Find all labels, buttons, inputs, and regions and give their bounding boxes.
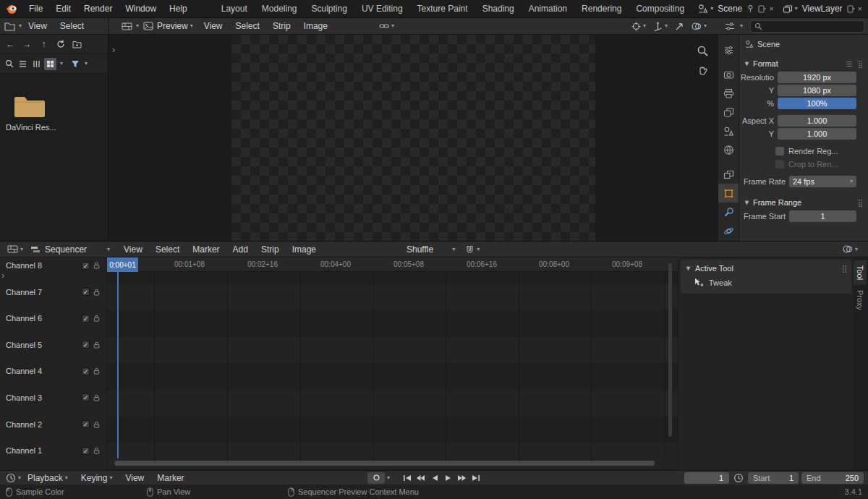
channel-enable-checkbox[interactable]: ✓ <box>82 393 90 401</box>
start-frame-field[interactable]: Start1 <box>748 472 799 484</box>
link-scene-strip[interactable]: ▾ <box>379 22 394 30</box>
search-icon[interactable] <box>3 58 15 70</box>
active-tool-name[interactable]: Tweak <box>709 278 732 287</box>
tab-render[interactable] <box>718 65 739 84</box>
preset-menu-icon[interactable]: ☰ <box>846 60 854 68</box>
overlays-toggle[interactable]: ▾ <box>692 22 707 31</box>
seq-menu-strip[interactable]: Strip <box>255 242 286 257</box>
frame-start-field[interactable]: 1 <box>789 210 856 222</box>
tab-scene[interactable] <box>718 121 739 140</box>
keying-menu[interactable]: Keying▾ <box>75 471 119 485</box>
display-horizontal-list-icon[interactable] <box>30 58 43 70</box>
active-tool-header[interactable]: ▼ Active Tool ⣿ <box>685 262 847 275</box>
region-expand-icon[interactable]: › <box>1 270 4 280</box>
workspace-tab-layout[interactable]: Layout <box>214 1 255 17</box>
resolution-y-field[interactable]: 1080 px <box>778 85 856 96</box>
channel-enable-checkbox[interactable]: ✓ <box>82 262 90 270</box>
workspace-tab-uv-editing[interactable]: UV Editing <box>354 1 410 17</box>
tab-physics[interactable] <box>718 221 739 240</box>
tab-tool[interactable] <box>718 40 739 59</box>
auto-keying-record-button[interactable] <box>367 472 385 484</box>
workspace-tab-shading[interactable]: Shading <box>475 1 522 17</box>
new-viewlayer-icon[interactable] <box>847 4 855 13</box>
scene-selector[interactable]: ▾ Scene × <box>695 0 779 17</box>
next-keyframe-button[interactable] <box>455 472 469 484</box>
pb-menu-marker[interactable]: Marker <box>150 471 190 485</box>
lock-icon[interactable] <box>93 288 101 297</box>
lock-icon[interactable] <box>93 341 101 349</box>
pv-menu-select[interactable]: Select <box>229 18 266 34</box>
aspect-x-field[interactable]: 1.000 <box>778 115 856 127</box>
folder-item[interactable]: DaVinci Res... <box>6 94 54 132</box>
seq-menu-select[interactable]: Select <box>149 242 186 257</box>
seq-menu-add[interactable]: Add <box>226 242 255 257</box>
properties-search-input[interactable] <box>750 20 864 33</box>
render-region-checkbox[interactable] <box>775 147 784 155</box>
pb-menu-view[interactable]: View <box>119 471 150 485</box>
seq-menu-image[interactable]: Image <box>286 242 323 257</box>
fb-menu-select[interactable]: Select <box>54 18 90 34</box>
crop-to-render-checkbox[interactable] <box>775 160 784 169</box>
workspace-tab-modeling[interactable]: Modeling <box>255 1 305 17</box>
snapping-toggle[interactable]: ▾ <box>465 244 480 254</box>
breadcrumb-scene[interactable]: Scene <box>757 40 780 48</box>
up-directory-button[interactable]: ↑ <box>36 38 51 51</box>
unlink-scene-icon[interactable]: × <box>769 4 773 13</box>
tab-output[interactable] <box>718 84 739 103</box>
vertical-scrollbar[interactable] <box>668 263 672 437</box>
pin-icon[interactable] <box>746 4 754 13</box>
back-button[interactable]: ← <box>3 38 18 51</box>
jump-to-start-button[interactable] <box>400 472 414 484</box>
channel-enable-checkbox[interactable]: ✓ <box>82 447 90 455</box>
create-directory-button[interactable] <box>69 38 85 51</box>
pv-menu-view[interactable]: View <box>197 18 229 34</box>
current-frame-badge[interactable]: 0:00+01 <box>107 257 138 272</box>
channel-enable-checkbox[interactable]: ✓ <box>82 341 90 349</box>
sidebar-tab-tool[interactable]: Tool <box>854 260 867 285</box>
preview-canvas[interactable]: › <box>109 35 718 241</box>
channel-enable-checkbox[interactable]: ✓ <box>82 288 90 296</box>
tab-world[interactable] <box>718 140 739 159</box>
menu-help[interactable]: Help <box>163 0 194 17</box>
menu-render[interactable]: Render <box>77 0 119 17</box>
jump-to-end-button[interactable] <box>469 472 482 484</box>
frame-range-panel-header[interactable]: ▼ Frame Range ⣿ <box>739 195 868 210</box>
tab-modifiers[interactable] <box>718 202 739 221</box>
clock-icon[interactable] <box>733 473 744 483</box>
zoom-tool[interactable] <box>697 45 709 57</box>
timeline[interactable]: 0:00+01 00:01+08 00:02+16 00:04+00 00:05… <box>107 257 678 471</box>
resolution-percent-field[interactable]: 100% <box>778 98 856 109</box>
seq-menu-view[interactable]: View <box>117 242 149 257</box>
display-thumbnails-icon[interactable] <box>44 58 56 70</box>
tab-object[interactable] <box>718 184 739 202</box>
workspace-tab-animation[interactable]: Animation <box>522 1 574 17</box>
transform-arrow-icon[interactable] <box>675 22 684 31</box>
workspace-tab-texture-paint[interactable]: Texture Paint <box>410 1 475 17</box>
chevron-down-icon[interactable]: ▾ <box>60 61 63 67</box>
channel-enable-checkbox[interactable]: ✓ <box>82 420 90 428</box>
channel-enable-checkbox[interactable]: ✓ <box>82 367 90 375</box>
chevron-down-icon[interactable]: ▾ <box>387 475 390 481</box>
workspace-tab-sculpting[interactable]: Sculpting <box>305 1 354 17</box>
display-vertical-list-icon[interactable] <box>17 58 29 70</box>
editor-type-sequencer-icon[interactable] <box>122 22 132 31</box>
chevron-down-icon[interactable]: ▾ <box>85 61 88 67</box>
horizontal-scrollbar[interactable] <box>114 461 655 466</box>
menu-edit[interactable]: Edit <box>49 0 77 17</box>
prev-keyframe-button[interactable] <box>414 472 427 484</box>
play-reverse-button[interactable] <box>427 472 441 484</box>
channel-enable-checkbox[interactable]: ✓ <box>82 315 90 323</box>
aspect-y-field[interactable]: 1.000 <box>778 128 856 140</box>
sidebar-tab-proxy[interactable]: Proxy <box>854 285 867 315</box>
lock-icon[interactable] <box>93 261 101 270</box>
remove-viewlayer-icon[interactable]: × <box>858 4 862 13</box>
resolution-x-field[interactable]: 1920 px <box>778 72 856 83</box>
preview-mode-dropdown[interactable]: Preview ▾ <box>139 18 197 34</box>
end-frame-field[interactable]: End250 <box>801 472 864 484</box>
lock-icon[interactable] <box>93 393 101 402</box>
sequencer-view-dropdown[interactable]: Sequencer ▾ <box>26 243 114 256</box>
menu-window[interactable]: Window <box>119 0 163 17</box>
editor-type-timeline-icon[interactable] <box>6 473 16 483</box>
region-expand-icon[interactable]: › <box>112 45 115 54</box>
lock-icon[interactable] <box>93 446 101 455</box>
